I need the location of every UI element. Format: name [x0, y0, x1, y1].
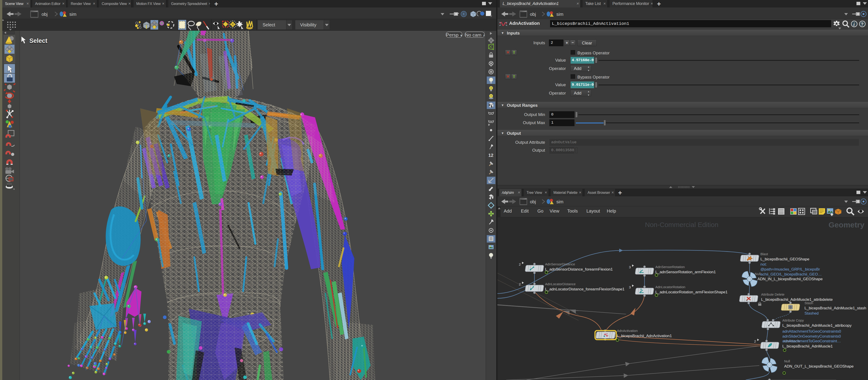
svg-text:12: 12 — [488, 153, 493, 158]
svg-text:sim: sim — [556, 199, 563, 204]
svg-text:L_adnLocatorRotation_armFlexio: L_adnLocatorRotation_armFlexionShape1 — [655, 290, 727, 294]
svg-text:Select: Select — [29, 37, 48, 44]
svg-text:@path=/muscles_GRP/L_bicepsBr: @path=/muscles_GRP/L_bicepsBr — [761, 267, 820, 272]
svg-text:L_adnSensorDistance_forearmFle: L_adnSensorDistance_forearmFlexion1 — [545, 267, 613, 272]
svg-text:adnAttachmentToGeoConstraint…: adnAttachmentToGeoConstraint… — [782, 339, 841, 343]
svg-text:L_bicepsBrachii_AdnMuscle1: L_bicepsBrachii_AdnMuscle1 — [782, 344, 833, 348]
svg-text:2: 2 — [754, 339, 756, 343]
svg-text:L_adnSensorRotation_armFlexion: L_adnSensorRotation_armFlexion1 — [655, 270, 716, 274]
svg-text:L_bicepsBrachii_GEOShape: L_bicepsBrachii_GEOShape — [761, 257, 809, 261]
svg-text:Null: Null — [784, 359, 790, 363]
svg-text:ADN_OUT_L_bicepsBrachii_GEOSha: ADN_OUT_L_bicepsBrachii_GEOShape — [784, 364, 854, 369]
svg-text:Attribute Copy: Attribute Copy — [782, 318, 804, 322]
svg-text:L_bicepsBrachii_AdnMuscle1_att: L_bicepsBrachii_AdnMuscle1_attribdelete — [761, 298, 833, 302]
svg-text:Null: Null — [755, 272, 761, 276]
svg-text:3: 3 — [629, 265, 631, 269]
svg-text:adnSlideOnGeometryConstraints0: adnSlideOnGeometryConstraints0 — [782, 334, 841, 339]
svg-text:2: 2 — [519, 263, 521, 266]
svg-text:Stashed: Stashed — [805, 311, 818, 315]
svg-text:sim: sim — [556, 12, 563, 17]
svg-text:i: i — [853, 22, 855, 27]
svg-text:L_bicepsBrachii_AdnActivation1: L_bicepsBrachii_AdnActivation1 — [617, 334, 672, 338]
svg-text:sim: sim — [69, 12, 76, 17]
svg-text:2: 2 — [519, 282, 521, 286]
svg-text:3: 3 — [629, 285, 631, 289]
svg-text:AdnLocatorDistance: AdnLocatorDistance — [545, 282, 576, 286]
svg-text:Visibility: Visibility — [300, 22, 316, 27]
svg-text:AdnActivation: AdnActivation — [617, 329, 638, 333]
svg-text:?: ? — [861, 22, 864, 27]
svg-text:AdnSensorRotation: AdnSensorRotation — [655, 265, 685, 269]
svg-text:L_adnLocatorDistance_forearmFl: L_adnLocatorDistance_forearmFlexionShape… — [545, 287, 625, 291]
svg-text:not:: not: — [761, 262, 767, 267]
svg-text:achii_GEO/L_bicepsBrachii_GEO…: achii_GEO/L_bicepsBrachii_GEO… — [761, 272, 822, 276]
svg-text:ADN_IN_L_bicepsBrachii_GEOShap: ADN_IN_L_bicepsBrachii_GEOShape — [757, 277, 823, 281]
svg-text:obj: obj — [41, 12, 48, 17]
svg-text:AdnSensorDistance: AdnSensorDistance — [545, 262, 575, 266]
svg-text:Blast: Blast — [761, 252, 768, 256]
svg-text:AdnLocatorRotation: AdnLocatorRotation — [655, 285, 685, 289]
svg-text:Select: Select — [262, 22, 275, 27]
svg-text:adnAttachmentToGeoConstraints0: adnAttachmentToGeoConstraints0 — [782, 329, 841, 334]
svg-text:L_bicepsBrachii_AdnMuscle1_att: L_bicepsBrachii_AdnMuscle1_attribcopy — [782, 323, 852, 327]
svg-text:L_bicepsBrachii_AdnMuscle1_sta: L_bicepsBrachii_AdnMuscle1_stash — [805, 306, 866, 310]
svg-text:Attribute Delete: Attribute Delete — [761, 292, 784, 296]
svg-text:obj: obj — [530, 12, 536, 17]
svg-text:obj: obj — [530, 199, 536, 204]
